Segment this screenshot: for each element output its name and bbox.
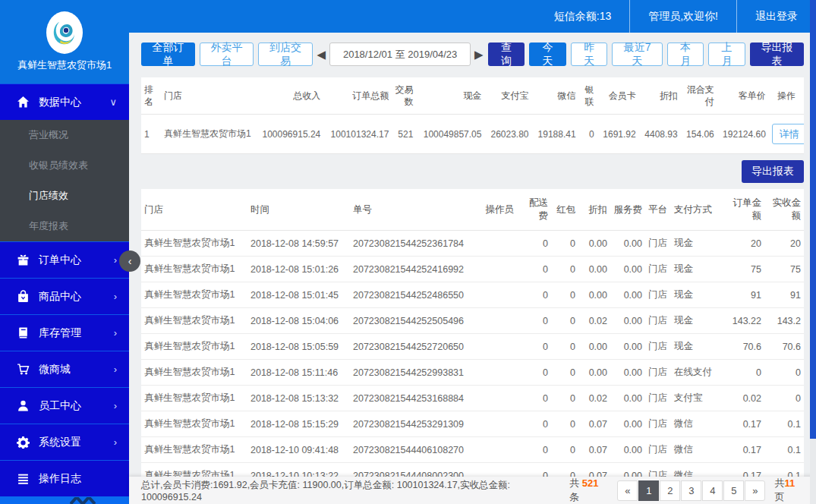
cell-order-no: 207230821544253291309 (350, 411, 480, 437)
tab-takeout-platform[interactable]: 外卖平台 (200, 43, 254, 66)
cell-mixed-pay: 154.06 (681, 115, 717, 154)
cell-pay-method: 现金 (671, 282, 723, 308)
total-count: 共 521 条 (569, 477, 610, 504)
logout-button[interactable]: 退出登录 (736, 0, 816, 33)
sidebar-item-micro-mall[interactable]: 微商城 › (0, 351, 129, 387)
cell-member-card: 1691.92 (597, 115, 639, 154)
cell-red-packet: 0 (551, 437, 578, 463)
cell-pay-method: 现金 (671, 308, 723, 334)
cell-delivery-fee: 0 (517, 437, 551, 463)
sidebar-submenu: 营业概况 收银员绩效表 门店绩效 年度报表 (0, 120, 129, 241)
col-service-fee: 服务费 (610, 189, 645, 230)
sidebar-item-label: 数据中心 (39, 96, 109, 109)
cell-time: 2018-12-08 14:59:57 (247, 231, 350, 257)
sidebar-item-label: 员工中心 (39, 399, 114, 413)
col-total-income: 总收入 (255, 77, 323, 115)
sidebar-item-label: 库存管理 (39, 326, 114, 340)
cell-discount: 0.02 (578, 308, 610, 334)
tab-instore-trade[interactable]: 到店交易 (258, 43, 312, 66)
date-prev-icon[interactable]: ◀ (317, 49, 326, 60)
sidebar-item-staff-center[interactable]: 员工中心 › (0, 387, 129, 424)
quick-range-this-month[interactable]: 本月 (667, 43, 704, 66)
detail-header-row: 门店 时间 单号 操作员 配送费 红包 折扣 服务费 平台 支付方式 订单金额 … (141, 189, 804, 230)
col-unionpay: 银联 (579, 77, 597, 115)
sidebar-item-cashier-performance[interactable]: 收银员绩效表 (0, 150, 129, 181)
table-row: 真鲜生智慧农贸市场1 2018-12-08 15:05:59 207230821… (141, 334, 804, 360)
cell-received-amount: 0 (764, 360, 804, 386)
export-report-button-detail[interactable]: 导出报表 (742, 160, 804, 183)
brand-logo-icon (52, 17, 77, 48)
brand-logo (46, 11, 83, 54)
cell-delivery-fee: 0 (517, 360, 551, 386)
table-row: 真鲜生智慧农贸市场1 2018-12-08 15:11:46 207230821… (141, 360, 804, 386)
cell-action: 详情 (769, 115, 804, 154)
page-next-button[interactable]: » (745, 480, 765, 501)
store-ranking-panel: 排名 门店 总收入 订单总额 交易数 现金 支付宝 微信 银联 会员卡 折扣 混… (141, 77, 804, 154)
cell-wechat: 19188.41 (532, 115, 579, 154)
scrollbar-thumb[interactable] (810, 0, 816, 439)
cell-pay-method: 现金 (671, 231, 723, 257)
cell-pay-method: 微信 (671, 437, 723, 463)
cell-platform: 门店 (645, 437, 671, 463)
date-next-icon[interactable]: ▶ (474, 49, 484, 60)
cell-order-no: 207230821544406108270 (350, 437, 480, 463)
cell-red-packet: 0 (551, 386, 578, 411)
quick-range-last7days[interactable]: 最近7天 (612, 43, 662, 66)
cell-time: 2018-12-08 15:05:59 (247, 334, 350, 360)
page-button-4[interactable]: 4 (702, 480, 723, 501)
cell-order-total: 100101324.17 (323, 115, 392, 154)
cell-order-no: 207230821544253168884 (350, 386, 480, 411)
welcome-user[interactable]: 管理员,欢迎你! (629, 0, 736, 33)
cell-red-packet: 0 (551, 282, 578, 308)
date-range-input[interactable] (329, 43, 471, 66)
cell-discount: 0.02 (578, 386, 610, 411)
cell-operator (480, 257, 517, 282)
sidebar-store-name: 真鲜生智慧农贸市场1 (17, 58, 112, 72)
col-cash: 现金 (416, 77, 484, 115)
cell-platform: 门店 (645, 360, 671, 386)
table-row: 真鲜生智慧农贸市场1 2018-12-08 15:15:29 207230821… (141, 411, 804, 437)
sidebar-item-inventory[interactable]: 库存管理 › (0, 314, 129, 351)
col-delivery-fee: 配送费 (517, 189, 551, 230)
sidebar-item-product-center[interactable]: 商品中心 › (0, 278, 129, 314)
cell-delivery-fee: 0 (517, 282, 551, 308)
page-prev-button[interactable]: « (617, 480, 638, 501)
table-row: 真鲜生智慧农贸市场1 2018-12-08 15:13:32 207230821… (141, 386, 804, 411)
quick-range-last-month[interactable]: 上月 (708, 43, 745, 66)
quick-range-today[interactable]: 今天 (529, 43, 566, 66)
cell-time: 2018-12-08 15:04:06 (247, 308, 350, 334)
tab-all-orders[interactable]: 全部订单 (141, 43, 195, 66)
log-icon (17, 472, 30, 485)
detail-button[interactable]: 详情 (772, 124, 804, 144)
col-pay-method: 支付方式 (671, 189, 723, 230)
page-button-2[interactable]: 2 (660, 480, 680, 501)
sms-balance[interactable]: 短信余额:13 (536, 0, 629, 33)
quick-range-yesterday[interactable]: 昨天 (571, 43, 608, 66)
sidebar-item-business-overview[interactable]: 营业概况 (0, 120, 129, 150)
cell-pay-method: 微信 (671, 411, 723, 437)
cell-order-amount: 91 (723, 282, 764, 308)
summary-header-row: 排名 门店 总收入 订单总额 交易数 现金 支付宝 微信 银联 会员卡 折扣 混… (141, 77, 804, 115)
sidebar-item-operation-log[interactable]: 操作日志 (0, 460, 129, 496)
cell-platform: 门店 (645, 334, 671, 360)
cell-discount: 0.00 (578, 334, 610, 360)
cell-delivery-fee: 0 (517, 334, 551, 360)
page-button-1[interactable]: 1 (638, 480, 659, 501)
chevron-right-icon: › (114, 254, 117, 266)
cell-pay-method: 现金 (671, 334, 723, 360)
cell-platform: 门店 (645, 231, 671, 257)
page-button-5[interactable]: 5 (723, 480, 744, 501)
search-button[interactable]: 查询 (488, 43, 525, 66)
date-range-group: ◀ ▶ (317, 43, 484, 66)
sidebar-item-store-performance[interactable]: 门店绩效 (0, 181, 129, 211)
sidebar-collapse-button[interactable]: ‹ (119, 250, 140, 272)
sidebar-item-annual-report[interactable]: 年度报表 (0, 211, 129, 241)
sidebar-item-system-settings[interactable]: 系统设置 › (0, 424, 129, 460)
sidebar-item-data-center[interactable]: 数据中心 ∨ (0, 83, 129, 120)
cell-platform: 门店 (645, 386, 671, 411)
export-report-button-top[interactable]: 导出报表 (750, 43, 804, 66)
sidebar-item-order-center[interactable]: 订单中心 › (0, 241, 129, 278)
sidebar-item-label: 系统设置 (39, 436, 114, 449)
page-button-3[interactable]: 3 (681, 480, 701, 501)
col-store: 门店 (141, 189, 247, 230)
